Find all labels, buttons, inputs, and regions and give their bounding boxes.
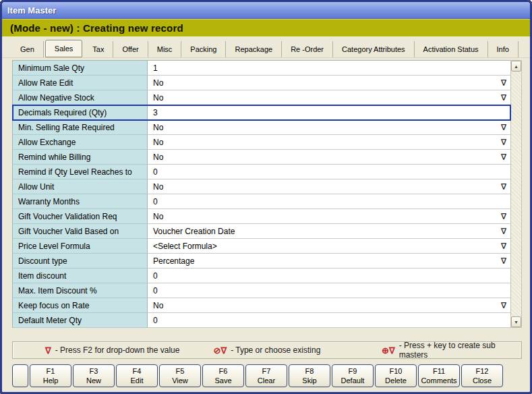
tab-info[interactable]: Info: [488, 41, 519, 57]
function-key-label: F11: [433, 366, 445, 376]
dropdown-icon[interactable]: ∇: [501, 213, 506, 221]
dropdown-icon[interactable]: ∇: [501, 94, 506, 102]
field-value[interactable]: No ∇: [148, 209, 510, 224]
tab-sales[interactable]: Sales: [45, 40, 83, 57]
field-label: Minimum Sale Qty: [13, 61, 148, 76]
field-value[interactable]: <Select Formula> ∇: [148, 239, 510, 254]
dropdown-icon[interactable]: ∇: [501, 302, 506, 310]
scrollbar-track[interactable]: [511, 72, 521, 316]
field-value[interactable]: No ∇: [148, 90, 510, 105]
field-value[interactable]: 0: [148, 165, 510, 179]
function-key-label: F12: [476, 366, 489, 376]
spacer-button[interactable]: [12, 364, 28, 387]
dropdown-icon[interactable]: ∇: [501, 79, 506, 87]
tab-repackage[interactable]: Repackage: [226, 41, 282, 57]
field-value[interactable]: 0: [148, 283, 510, 298]
function-button-label: Comments: [421, 376, 456, 385]
scroll-down-icon[interactable]: ▼: [511, 316, 521, 327]
f4-edit-button[interactable]: F4 Edit: [116, 364, 158, 387]
function-button-label: New: [86, 376, 101, 385]
field-value[interactable]: No ∇: [148, 120, 510, 135]
window-title: Item Master: [7, 5, 56, 16]
tab-tax[interactable]: Tax: [84, 41, 113, 57]
tab-label: Gen: [20, 45, 34, 53]
grid-row: Remind if Qty Level Reaches to 0: [13, 165, 510, 179]
tab-gen[interactable]: Gen: [11, 41, 44, 57]
f3-new-button[interactable]: F3 New: [73, 364, 115, 387]
title-bar[interactable]: Item Master: [2, 2, 530, 19]
legend-text: - Press + key to create sub masters: [399, 341, 514, 360]
field-value[interactable]: 0: [148, 269, 510, 283]
f9-default-button[interactable]: F9 Default: [332, 364, 374, 387]
grid-row: Max. Item Discount % 0: [13, 283, 510, 298]
legend-item: ⊘∇ - Type or choose existing: [214, 345, 382, 356]
tab-misc[interactable]: Misc: [148, 41, 182, 57]
function-button-label: View: [172, 376, 188, 385]
f12-close-button[interactable]: F12 Close: [461, 364, 503, 387]
function-button-label: Delete: [385, 376, 407, 385]
f8-skip-button[interactable]: F8 Skip: [289, 364, 330, 387]
tab-label: Sales: [55, 45, 73, 53]
field-value[interactable]: 0: [148, 313, 510, 328]
grid-row: Warranty Months 0: [13, 194, 510, 209]
field-label: Remind if Qty Level Reaches to: [13, 165, 148, 179]
grid-row: Allow Exchange No ∇: [13, 135, 510, 150]
field-label: Max. Item Discount %: [13, 283, 148, 298]
field-value[interactable]: No ∇: [148, 298, 510, 313]
grid-row: Gift Voucher Valid Based on Voucher Crea…: [13, 224, 510, 239]
f6-save-button[interactable]: F6 Save: [202, 364, 244, 387]
property-grid-area: Minimum Sale Qty 1 Allow Rate Edit No ∇ …: [12, 60, 522, 328]
dropdown-icon[interactable]: ∇: [501, 138, 506, 146]
field-value[interactable]: No ∇: [148, 179, 510, 194]
f1-help-button[interactable]: F1 Help: [30, 364, 71, 387]
field-label: Warranty Months: [13, 194, 148, 209]
dropdown-icon[interactable]: ∇: [501, 257, 506, 265]
field-value[interactable]: 0: [148, 194, 510, 209]
field-value[interactable]: 3: [148, 105, 510, 120]
dropdown-icon[interactable]: ∇: [501, 123, 506, 132]
field-value[interactable]: No ∇: [148, 150, 510, 165]
vertical-scrollbar[interactable]: ▲ ▼: [510, 60, 522, 328]
property-grid: Minimum Sale Qty 1 Allow Rate Edit No ∇ …: [12, 60, 510, 328]
tab-re-order[interactable]: Re -Order: [282, 41, 333, 57]
scroll-up-icon[interactable]: ▲: [511, 61, 521, 72]
function-button-label: Clear: [258, 376, 275, 385]
tab-label: Repackage: [235, 45, 272, 53]
grid-row: Gift Voucher Validation Req No ∇: [13, 209, 510, 224]
dropdown-icon[interactable]: ∇: [501, 227, 506, 235]
tab-label: Category Attributes: [342, 45, 405, 53]
function-key-label: F6: [219, 366, 228, 376]
field-label: Default Meter Qty: [13, 313, 148, 328]
dropdown-icon[interactable]: ∇: [501, 183, 506, 191]
grid-row: Discount type Percentage ∇: [13, 254, 510, 269]
function-button-label: Skip: [302, 376, 316, 385]
field-value[interactable]: No ∇: [148, 76, 510, 90]
field-value[interactable]: Percentage ∇: [148, 254, 510, 269]
tab-bar: Gen Sales Tax Offer Misc Packing Repacka…: [2, 38, 530, 58]
f5-view-button[interactable]: F5 View: [159, 364, 201, 387]
field-value[interactable]: 1: [148, 61, 510, 76]
function-key-label: F8: [305, 366, 314, 376]
field-value[interactable]: Voucher Creation Date ∇: [148, 224, 510, 239]
tab-category-attributes[interactable]: Category Attributes: [333, 41, 415, 57]
tab-label: Misc: [157, 45, 173, 53]
f11-comments-button[interactable]: F11 Comments: [418, 364, 460, 387]
grid-row: Allow Rate Edit No ∇: [13, 76, 510, 90]
legend-item: ∇ - Press F2 for drop-down the value: [45, 345, 214, 356]
legend-item: ⊕∇ - Press + key to create sub masters: [382, 341, 514, 360]
f10-delete-button[interactable]: F10 Delete: [375, 364, 417, 387]
function-key-label: F7: [262, 366, 271, 376]
function-button-label: Help: [43, 376, 59, 385]
field-label: Allow Exchange: [13, 135, 148, 150]
field-value[interactable]: No ∇: [148, 135, 510, 150]
grid-row: Price Level Formula <Select Formula> ∇: [13, 239, 510, 254]
dropdown-icon[interactable]: ∇: [501, 153, 506, 161]
tab-packing[interactable]: Packing: [181, 41, 226, 57]
legend-bar: ∇ - Press F2 for drop-down the value ⊘∇ …: [12, 341, 522, 359]
field-label: Gift Voucher Validation Req: [13, 209, 148, 224]
tab-activation-status[interactable]: Activation Status: [415, 41, 488, 57]
dropdown-icon[interactable]: ∇: [501, 242, 506, 250]
tab-label: Info: [497, 45, 509, 53]
f7-clear-button[interactable]: F7 Clear: [245, 364, 287, 387]
tab-offer[interactable]: Offer: [113, 41, 148, 57]
